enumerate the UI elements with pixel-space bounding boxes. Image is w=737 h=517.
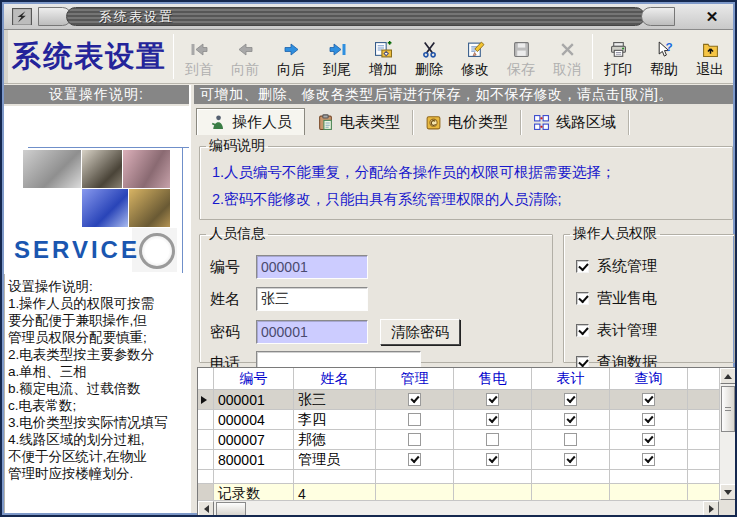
service-collage: SERVICE xyxy=(4,106,189,274)
checkbox-icon[interactable] xyxy=(408,453,421,466)
toolbar-button-exit[interactable]: 退出 xyxy=(687,30,733,83)
grid-column-header[interactable]: 售电 xyxy=(454,368,532,390)
toolbar-button-nav-first: 到首 xyxy=(176,30,222,83)
table-row[interactable]: 800001管理员 xyxy=(198,450,719,470)
checkbox-icon[interactable] xyxy=(564,433,577,446)
row-permission-cell[interactable] xyxy=(454,430,532,450)
row-permission-cell[interactable] xyxy=(610,410,688,430)
checkbox-icon[interactable] xyxy=(486,413,499,426)
checkbox-icon[interactable] xyxy=(564,453,577,466)
permission-checkbox-row[interactable]: 系统管理 xyxy=(576,257,657,276)
person-info-groupbox: 人员信息 编号 姓名 密码 清除密码 电话 xyxy=(199,225,553,363)
clear-password-button[interactable]: 清除密码 xyxy=(380,319,460,345)
meter-type-icon xyxy=(317,114,334,131)
scroll-right-button[interactable] xyxy=(703,501,719,517)
checkbox-icon[interactable] xyxy=(486,433,499,446)
empty-cell xyxy=(294,470,376,484)
tab-operator-person[interactable]: 操作人员 xyxy=(196,108,305,135)
row-permission-cell[interactable] xyxy=(532,450,610,470)
checkbox-icon[interactable] xyxy=(642,433,655,446)
close-icon[interactable]: ✕ xyxy=(701,8,723,26)
collage-photo xyxy=(82,150,122,188)
sidebar-header: 设置操作说明: xyxy=(4,85,189,106)
permission-label: 营业售电 xyxy=(597,289,657,308)
person-info-legend: 人员信息 xyxy=(206,225,268,243)
checkbox-icon[interactable] xyxy=(408,413,421,426)
price-type-icon xyxy=(425,114,442,131)
toolbar-button-add-record[interactable]: 增加 xyxy=(360,30,406,83)
footer-cell xyxy=(688,484,719,500)
tab-line-region[interactable]: 线路区域 xyxy=(521,110,629,135)
toolbar-button-edit-record[interactable]: 修改 xyxy=(452,30,498,83)
titlebar-curve xyxy=(641,7,675,26)
row-permission-cell[interactable] xyxy=(376,410,454,430)
body: 设置操作说明: SERVICE 设置操作说明: 1.操作人员的权限可按需 要分配… xyxy=(4,85,733,513)
row-permission-cell[interactable] xyxy=(376,390,454,410)
tab-label: 电表类型 xyxy=(340,113,400,132)
password-field[interactable] xyxy=(256,320,368,344)
row-permission-cell[interactable] xyxy=(610,430,688,450)
row-permission-cell[interactable] xyxy=(454,390,532,410)
row-permission-cell[interactable] xyxy=(532,410,610,430)
row-permission-cell[interactable] xyxy=(610,390,688,410)
toolbar-button-printer[interactable]: 打印 xyxy=(595,30,641,83)
table-row[interactable]: 000001张三 xyxy=(198,390,719,410)
checkbox-icon[interactable] xyxy=(576,324,589,337)
permissions-legend: 操作人员权限 xyxy=(570,225,660,243)
row-permission-cell[interactable] xyxy=(454,410,532,430)
checkbox-icon[interactable] xyxy=(486,393,499,406)
app-window: 系统表设置 ✕ 系统表设置 到首向前向后到尾增加删除修改保存取消打印?帮助退出 … xyxy=(0,0,737,517)
sidebar: 设置操作说明: SERVICE 设置操作说明: 1.操作人员的权限可按需 要分配… xyxy=(4,85,191,513)
toolbar-button-delete-scissors[interactable]: 删除 xyxy=(406,30,452,83)
checkbox-icon[interactable] xyxy=(564,393,577,406)
scroll-up-button[interactable] xyxy=(720,368,736,384)
name-field[interactable] xyxy=(256,287,368,311)
table-row[interactable]: 000004李四 xyxy=(198,410,719,430)
id-field[interactable] xyxy=(256,255,368,279)
permission-checkbox-row[interactable]: 表计管理 xyxy=(576,321,657,340)
row-permission-cell[interactable] xyxy=(532,390,610,410)
checkbox-icon[interactable] xyxy=(576,292,589,305)
row-filler xyxy=(688,450,719,470)
checkbox-icon[interactable] xyxy=(408,393,421,406)
tab-meter-type[interactable]: 电表类型 xyxy=(305,110,413,135)
checkbox-icon[interactable] xyxy=(642,393,655,406)
horizontal-scrollbar[interactable] xyxy=(198,500,719,516)
line-region-icon xyxy=(533,114,550,131)
collage-photo xyxy=(82,189,128,227)
row-permission-cell[interactable] xyxy=(454,450,532,470)
checkbox-icon[interactable] xyxy=(642,453,655,466)
table-row[interactable]: 000007邦德 xyxy=(198,430,719,450)
row-selector[interactable] xyxy=(198,390,214,410)
grid-column-header[interactable]: 姓名 xyxy=(294,368,376,390)
toolbar-buttons: 到首向前向后到尾增加删除修改保存取消打印?帮助退出 xyxy=(176,30,733,83)
permission-checkbox-row[interactable]: 营业售电 xyxy=(576,289,657,308)
row-permission-cell[interactable] xyxy=(610,450,688,470)
vertical-scroll-thumb[interactable] xyxy=(721,386,735,432)
horizontal-scroll-thumb[interactable] xyxy=(216,502,246,516)
checkbox-icon[interactable] xyxy=(642,413,655,426)
row-permission-cell[interactable] xyxy=(376,430,454,450)
checkbox-icon[interactable] xyxy=(408,433,421,446)
checkbox-icon[interactable] xyxy=(486,453,499,466)
toolbar-button-nav-next[interactable]: 向后 xyxy=(268,30,314,83)
toolbar-button-help[interactable]: ?帮助 xyxy=(641,30,687,83)
row-permission-cell[interactable] xyxy=(376,450,454,470)
row-selector[interactable] xyxy=(198,450,214,470)
vertical-scrollbar[interactable] xyxy=(719,368,736,500)
checkbox-icon[interactable] xyxy=(576,260,589,273)
scroll-left-button[interactable] xyxy=(198,501,214,517)
scroll-down-button[interactable] xyxy=(720,484,736,500)
row-selector[interactable] xyxy=(198,430,214,450)
grid-column-header[interactable]: 查询 xyxy=(610,368,688,390)
row-selector[interactable] xyxy=(198,410,214,430)
checkbox-icon[interactable] xyxy=(564,413,577,426)
grid-column-header[interactable]: 管理 xyxy=(376,368,454,390)
grid-column-header[interactable]: 表计 xyxy=(532,368,610,390)
tab-price-type[interactable]: 电价类型 xyxy=(413,110,521,135)
toolbar-button-nav-last[interactable]: 到尾 xyxy=(314,30,360,83)
grid-column-header[interactable]: 编号 xyxy=(214,368,294,390)
row-permission-cell[interactable] xyxy=(532,430,610,450)
tab-panel-operators: 编码说明 1.人员编号不能重复，分配给各操作员的权限可根据需要选择；2.密码不能… xyxy=(193,135,733,513)
empty-row xyxy=(198,470,719,484)
